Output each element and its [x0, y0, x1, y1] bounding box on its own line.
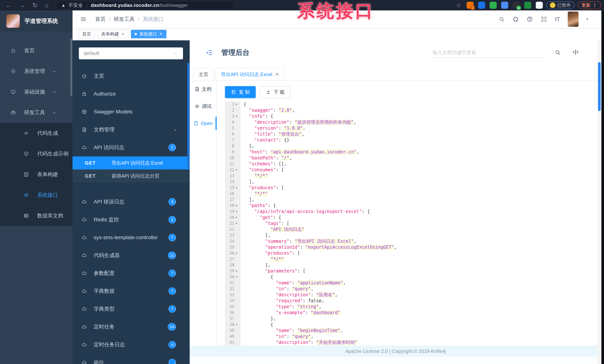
swagger-group-字典类型[interactable]: 字典类型7	[73, 300, 190, 318]
close-icon[interactable]: ✕	[121, 32, 125, 37]
close-icon[interactable]: ✕	[159, 32, 163, 37]
swagger-group-label: 岗位	[94, 359, 104, 364]
line-number: 5	[225, 125, 234, 131]
operation-获得API 访问日志分页[interactable]: GET获得API 访问日志分页	[73, 169, 190, 182]
collapse-menu-icon[interactable]	[206, 49, 213, 56]
page-scrollbar-thumb[interactable]	[598, 62, 601, 111]
fold-caret-icon[interactable]: ▾	[235, 322, 240, 327]
sidebar-item-研发工具[interactable]: 研发工具	[0, 102, 73, 123]
operation-导出API 访问日志 Excel[interactable]: GET导出API 访问日志 Excel	[73, 156, 190, 169]
fold-caret-icon[interactable]: ▾	[235, 220, 240, 226]
swagger-sidebar-scrollbar[interactable]	[187, 63, 189, 169]
cube-icon	[81, 109, 87, 114]
swagger-item-Swagger Models[interactable]: Swagger Models	[73, 103, 190, 121]
url-bar[interactable]: ▲ 不安全 | dashboard.yudao.iocoder.cn /tool…	[56, 1, 235, 9]
swagger-group-Redis 监控[interactable]: Redis 监控2	[73, 211, 190, 229]
ext-orange-icon[interactable]: 1	[466, 2, 474, 9]
ext-leaf-icon[interactable]	[524, 2, 531, 9]
sidebar-item-基础设施[interactable]: 基础设施	[0, 81, 73, 102]
ext-pin-icon[interactable]	[478, 2, 485, 9]
reload-icon[interactable]: ↻	[32, 1, 38, 9]
swagger-item-主页[interactable]: 主页	[73, 67, 190, 85]
bookmark-star-icon[interactable]: ☆	[456, 2, 461, 9]
sidebar-item-label: 研发工具	[24, 109, 45, 116]
user-avatar[interactable]	[568, 12, 579, 27]
code-text: "*/*"	[244, 256, 597, 262]
swagger-group-岗位[interactable]: 岗位	[73, 354, 190, 364]
back-icon[interactable]: ←	[6, 2, 12, 9]
paused-extension-pill[interactable]: 😲 已暂停	[546, 1, 574, 9]
app-logo-row[interactable]: 芋道管理系统	[0, 10, 73, 32]
fold-caret-icon[interactable]: ▾	[235, 185, 240, 191]
doc-tab-导出API 访问日志 Excel[interactable]: 导出API 访问日志 Excel✕	[215, 68, 285, 80]
swagger-group-代码生成器[interactable]: 代码生成器11	[73, 246, 190, 264]
search-icon[interactable]	[499, 16, 505, 22]
swagger-item-API 访问日志[interactable]: API 访问日志2	[73, 138, 190, 156]
fold-caret-icon[interactable]: ▾	[235, 250, 240, 256]
swagger-group-sys-sms-template-controller[interactable]: sys-sms-template-controller7	[73, 229, 190, 246]
forward-icon[interactable]: →	[19, 2, 25, 9]
sidebar-item-系统管理[interactable]: 系统管理	[0, 61, 73, 81]
line-number: 4	[225, 119, 234, 125]
fullscreen-icon[interactable]	[541, 16, 547, 22]
swagger-group-API 错误日志[interactable]: API 错误日志3	[73, 193, 190, 211]
breadcrumb-home[interactable]: 首页	[95, 16, 106, 23]
fold-caret-icon[interactable]: ▾	[235, 209, 240, 214]
copy-button[interactable]: 复 制	[225, 86, 256, 98]
ext-grid-icon[interactable]	[501, 2, 508, 9]
sidebar-item-代码生成[interactable]: 代码生成	[0, 123, 73, 143]
search-icon[interactable]	[554, 49, 561, 56]
doc-side-Open[interactable]: Open	[190, 115, 216, 132]
line-number: 28	[225, 262, 234, 268]
breadcrumb-tools[interactable]: 研发工具	[114, 16, 135, 23]
tag-tab-首页[interactable]: 首页	[78, 30, 95, 38]
app-sidebar-scrollbar[interactable]	[70, 38, 72, 96]
sidebar-item-首页[interactable]: 首页	[0, 40, 73, 61]
swagger-group-字典数据[interactable]: 字典数据7	[73, 282, 190, 300]
swagger-group-定时任务[interactable]: 定时任务10	[73, 318, 190, 336]
code-line: 35 "type": "string",	[225, 304, 597, 310]
security-label[interactable]: 不安全	[68, 2, 83, 9]
doc-tab-主页[interactable]: 主页	[193, 68, 214, 80]
close-icon[interactable]: ✕	[275, 72, 279, 77]
swagger-group-定时任务日志[interactable]: 定时任务日志4	[73, 336, 190, 354]
sidebar-item-系统接口[interactable]: 系统接口	[0, 185, 73, 205]
sidebar-item-表单构建[interactable]: 表单构建	[0, 164, 73, 185]
help-icon[interactable]	[527, 16, 533, 22]
language-icon[interactable]: 中	[573, 49, 579, 57]
tag-tab-系统接口[interactable]: 系统接口✕	[131, 30, 166, 38]
fold-caret-icon[interactable]: ▾	[235, 202, 240, 209]
download-button[interactable]: 下 载	[260, 86, 290, 98]
fold-caret-icon[interactable]: ▾	[235, 268, 240, 274]
ext-star-icon[interactable]	[536, 2, 543, 9]
tag-tab-表单构建[interactable]: 表单构建✕	[98, 30, 128, 38]
doc-side-文档[interactable]: 文档	[190, 81, 216, 98]
swagger-item-Authorize[interactable]: Authorize	[73, 85, 190, 103]
hamburger-icon[interactable]	[80, 16, 87, 23]
doc-side-调试[interactable]: 调试	[190, 98, 216, 115]
avatar-caret-icon[interactable]: ▾	[586, 17, 588, 22]
sidebar-item-代码生成示例[interactable]: 代码生成示例	[0, 143, 73, 164]
fold-caret-icon[interactable]: ▾	[235, 167, 240, 173]
swagger-item-文档管理[interactable]: 文档管理	[73, 121, 190, 138]
browser-menu-icon[interactable]: ⋮	[592, 2, 597, 8]
page-scrollbar-track[interactable]	[597, 40, 601, 364]
code-line: 3▾ "info": {	[225, 113, 597, 119]
update-browser-pill[interactable]: 更新 ⋮	[578, 1, 601, 9]
browser-home-icon[interactable]: ⌂	[45, 2, 49, 9]
github-icon[interactable]	[513, 16, 519, 22]
code-editor[interactable]: 1▾{2 "swagger": "2.0",3▾ "info": {4 "des…	[225, 101, 597, 346]
doc-search-input[interactable]	[432, 47, 546, 58]
font-size-icon[interactable]: tT	[555, 16, 560, 22]
ext-clock-icon[interactable]: 6h	[513, 2, 520, 9]
group-select[interactable]: default	[79, 47, 183, 59]
swagger-group-参数配置[interactable]: 参数配置7	[73, 264, 190, 282]
app-title: 芋道管理系统	[25, 17, 58, 25]
fold-caret-icon[interactable]: ▾	[235, 113, 240, 119]
ext-shield-icon[interactable]	[490, 2, 497, 9]
fold-caret-icon[interactable]: ▾	[235, 101, 240, 107]
fold-caret-icon[interactable]: ▾	[235, 274, 240, 280]
sidebar-item-数据库文档[interactable]: 数据库文档	[0, 205, 73, 226]
http-method: GET	[85, 160, 105, 166]
fold-caret-icon[interactable]: ▾	[235, 214, 240, 220]
